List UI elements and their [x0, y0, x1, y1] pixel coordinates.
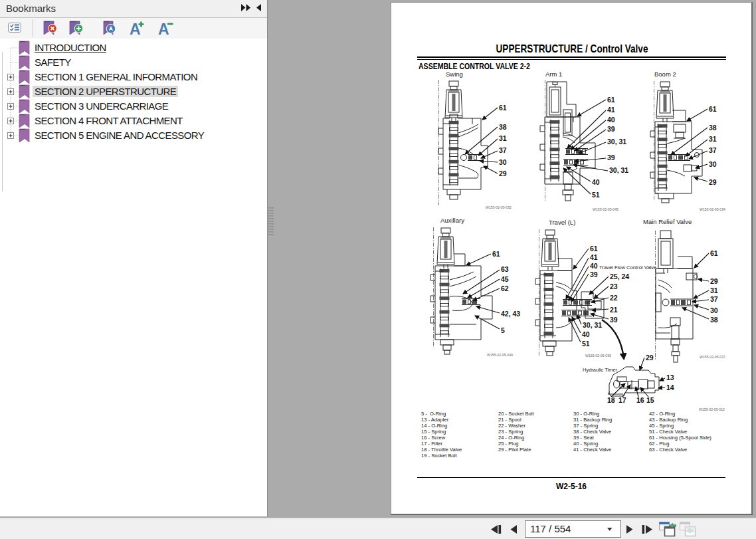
svg-text:61: 61 — [499, 104, 507, 112]
svg-text:31: 31 — [710, 286, 718, 294]
svg-text:Auxillary: Auxillary — [440, 217, 464, 224]
svg-text:61: 61 — [492, 250, 500, 258]
svg-text:42, 43: 42, 43 — [501, 310, 520, 318]
svg-text:37: 37 — [710, 295, 718, 303]
svg-text:W155-02-05-012: W155-02-05-012 — [699, 407, 725, 411]
svg-text:41: 41 — [607, 106, 615, 114]
svg-text:5: 5 — [501, 326, 505, 334]
svg-text:37: 37 — [499, 146, 507, 154]
svg-text:30, 31: 30, 31 — [583, 321, 602, 329]
svg-text:61: 61 — [607, 96, 615, 104]
svg-text:63: 63 — [501, 265, 509, 273]
svg-text:30: 30 — [710, 306, 718, 314]
svg-text:Arm 1: Arm 1 — [545, 70, 562, 78]
svg-text:45: 45 — [501, 275, 509, 283]
svg-text:39: 39 — [590, 270, 598, 278]
svg-text:Swing: Swing — [446, 70, 463, 78]
svg-text:25, 24: 25, 24 — [610, 272, 629, 280]
svg-text:29: 29 — [499, 169, 507, 177]
svg-text:30: 30 — [709, 160, 717, 168]
svg-text:29: 29 — [709, 178, 717, 186]
svg-text:13: 13 — [666, 374, 674, 381]
svg-text:31: 31 — [709, 135, 717, 143]
svg-text:A: A — [130, 21, 141, 38]
svg-text:W155-02-05-037: W155-02-05-037 — [700, 355, 725, 359]
svg-text:Main Relief Valve: Main Relief Valve — [643, 218, 692, 225]
svg-text:39: 39 — [610, 316, 618, 324]
svg-text:Hydraulic Timer: Hydraulic Timer — [583, 367, 618, 373]
svg-text:15: 15 — [646, 396, 654, 404]
svg-text:51: 51 — [582, 340, 590, 348]
svg-text:W155-02-05-032: W155-02-05-032 — [486, 205, 512, 209]
svg-text:29: 29 — [710, 277, 718, 285]
svg-text:38: 38 — [499, 123, 507, 131]
svg-text:40: 40 — [582, 330, 590, 338]
svg-text:W155-02-05-036: W155-02-05-036 — [585, 354, 611, 358]
svg-text:51: 51 — [592, 191, 600, 199]
svg-text:W155-02-05-034: W155-02-05-034 — [700, 207, 725, 211]
svg-text:61: 61 — [710, 249, 718, 257]
svg-text:W155-02-05-049: W155-02-05-049 — [487, 353, 513, 357]
svg-text:61: 61 — [709, 105, 717, 113]
svg-text:37: 37 — [709, 146, 717, 154]
svg-text:61: 61 — [590, 245, 598, 253]
svg-text:30: 30 — [499, 158, 507, 166]
svg-text:41: 41 — [590, 253, 598, 261]
svg-text:22: 22 — [610, 294, 618, 302]
svg-text:Travel Flow Control Valve: Travel Flow Control Valve — [599, 265, 656, 270]
svg-text:39: 39 — [607, 154, 615, 162]
svg-text:Boom 2: Boom 2 — [654, 70, 676, 78]
svg-text:W155-02-05-045: W155-02-05-045 — [593, 207, 618, 211]
svg-text:30, 31: 30, 31 — [607, 138, 626, 146]
svg-text:30, 31: 30, 31 — [609, 166, 628, 174]
svg-text:Travel (L): Travel (L) — [549, 219, 575, 226]
svg-text:62: 62 — [501, 284, 509, 292]
svg-text:18: 18 — [607, 396, 615, 404]
svg-text:21: 21 — [610, 306, 618, 314]
svg-text:38: 38 — [709, 124, 717, 132]
svg-text:40: 40 — [592, 178, 600, 186]
svg-text:31: 31 — [499, 134, 507, 142]
svg-text:14: 14 — [666, 383, 674, 391]
svg-text:23: 23 — [610, 282, 618, 290]
svg-text:38: 38 — [710, 316, 718, 324]
svg-text:29: 29 — [646, 354, 654, 362]
svg-text:16: 16 — [636, 396, 644, 404]
svg-text:17: 17 — [618, 396, 626, 404]
svg-text:40: 40 — [590, 262, 598, 270]
svg-text:40: 40 — [607, 116, 615, 124]
svg-text:39: 39 — [607, 125, 615, 133]
